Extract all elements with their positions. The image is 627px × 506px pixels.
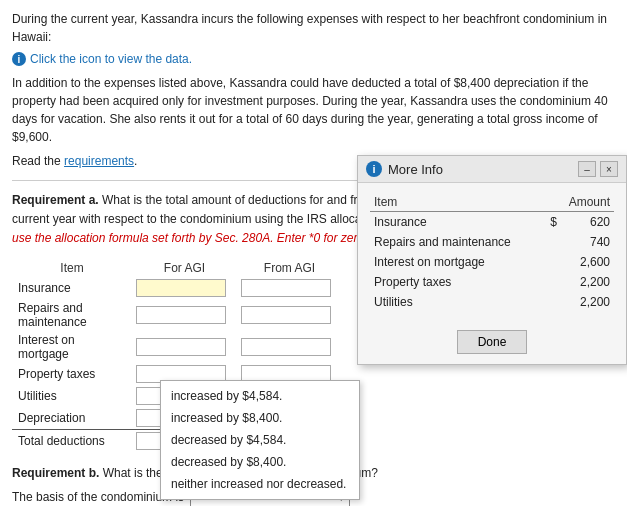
modal-row-repairs-dollar (537, 232, 557, 252)
modal-header: i More Info – × (358, 156, 626, 183)
additional-text: In addition to the expenses listed above… (12, 74, 615, 146)
modal-body: Item Amount Insurance $ 620 Repairs and … (358, 183, 626, 322)
modal-row-utilities-item: Utilities (370, 292, 537, 312)
dropdown-popup: increased by $4,584. increased by $8,400… (160, 380, 360, 500)
modal-table-row: Repairs and maintenance 740 (370, 232, 614, 252)
row-label-total: Total deductions (12, 429, 132, 452)
more-info-modal: i More Info – × Item Amount Insurance $ … (357, 155, 627, 365)
modal-row-interest-item: Interest on mortgage (370, 252, 537, 272)
table-row: Repairs and maintenance (12, 299, 342, 331)
click-icon-label: Click the icon to view the data. (30, 52, 192, 66)
modal-title: More Info (388, 162, 443, 177)
col-item-header: Item (12, 259, 132, 277)
modal-minimize-button[interactable]: – (578, 161, 596, 177)
dropdown-option-4[interactable]: decreased by $8,400. (161, 451, 359, 473)
row-label-interest: Interest on mortgage (12, 331, 132, 363)
dropdown-option-1[interactable]: increased by $4,584. (161, 385, 359, 407)
modal-row-utilities-amount: 2,200 (557, 292, 614, 312)
dropdown-option-2[interactable]: increased by $8,400. (161, 407, 359, 429)
modal-row-insurance-amount: 620 (557, 212, 614, 233)
col-for-agi-header: For AGI (132, 259, 237, 277)
interest-for-agi-input[interactable] (136, 338, 226, 356)
dropdown-option-5[interactable]: neither increased nor decreased. (161, 473, 359, 495)
modal-col-item-header: Item (370, 193, 537, 212)
modal-row-property-amount: 2,200 (557, 272, 614, 292)
modal-header-left: i More Info (366, 161, 443, 177)
click-icon-link[interactable]: i Click the icon to view the data. (12, 52, 615, 66)
modal-table-row: Insurance $ 620 (370, 212, 614, 233)
dropdown-option-3[interactable]: decreased by $4,584. (161, 429, 359, 451)
modal-row-repairs-amount: 740 (557, 232, 614, 252)
row-label-property-taxes: Property taxes (12, 363, 132, 385)
basis-prefix-label: The basis of the condominium is (12, 490, 184, 504)
modal-table-row: Utilities 2,200 (370, 292, 614, 312)
info-icon: i (12, 52, 26, 66)
modal-close-button[interactable]: × (600, 161, 618, 177)
modal-row-repairs-item: Repairs and maintenance (370, 232, 537, 252)
col-from-agi-header: From AGI (237, 259, 342, 277)
modal-row-interest-amount: 2,600 (557, 252, 614, 272)
modal-row-utilities-dollar (537, 292, 557, 312)
table-row: Insurance (12, 277, 342, 299)
insurance-for-agi-input[interactable] (136, 279, 226, 297)
repairs-for-agi-input[interactable] (136, 306, 226, 324)
row-label-insurance: Insurance (12, 277, 132, 299)
modal-col-amount-header: Amount (557, 193, 614, 212)
row-label-utilities: Utilities (12, 385, 132, 407)
modal-row-interest-dollar (537, 252, 557, 272)
requirements-link[interactable]: requirements (64, 154, 134, 168)
modal-row-insurance-dollar: $ (537, 212, 557, 233)
repairs-from-agi-input[interactable] (241, 306, 331, 324)
modal-controls: – × (578, 161, 618, 177)
modal-row-insurance-item: Insurance (370, 212, 537, 233)
modal-data-table: Item Amount Insurance $ 620 Repairs and … (370, 193, 614, 312)
insurance-from-agi-input[interactable] (241, 279, 331, 297)
row-label-depreciation: Depreciation (12, 407, 132, 430)
modal-table-row: Interest on mortgage 2,600 (370, 252, 614, 272)
modal-col-dollar-header (537, 193, 557, 212)
dropdown-list: increased by $4,584. increased by $8,400… (161, 381, 359, 499)
intro-text: During the current year, Kassandra incur… (12, 10, 615, 46)
modal-info-icon: i (366, 161, 382, 177)
modal-table-row: Property taxes 2,200 (370, 272, 614, 292)
row-label-repairs: Repairs and maintenance (12, 299, 132, 331)
modal-row-property-dollar (537, 272, 557, 292)
interest-from-agi-input[interactable] (241, 338, 331, 356)
modal-row-property-item: Property taxes (370, 272, 537, 292)
table-row: Interest on mortgage (12, 331, 342, 363)
modal-footer: Done (358, 322, 626, 364)
done-button[interactable]: Done (457, 330, 527, 354)
